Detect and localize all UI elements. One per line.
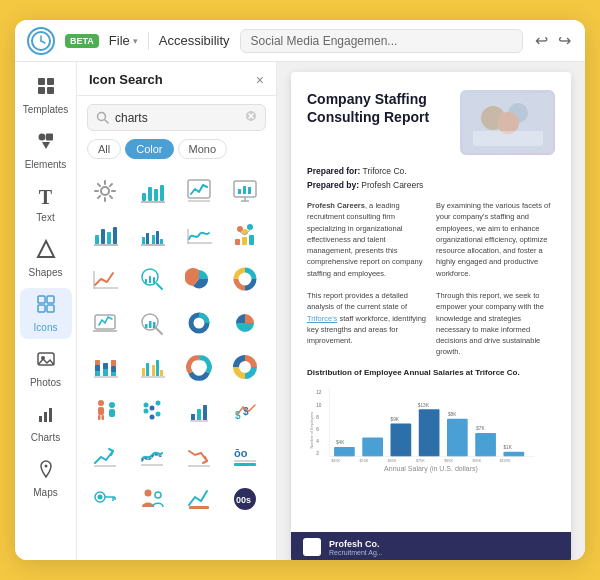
icon-bar-chart-2[interactable] bbox=[85, 215, 125, 255]
photos-icon bbox=[36, 349, 56, 374]
doc-header: Company Staffing Consulting Report bbox=[307, 90, 555, 155]
svg-rect-84 bbox=[111, 360, 116, 366]
icon-presentation-chart[interactable] bbox=[225, 171, 265, 211]
svg-rect-32 bbox=[188, 180, 210, 198]
file-menu[interactable]: File ▾ bbox=[109, 33, 138, 48]
svg-rect-58 bbox=[235, 239, 240, 245]
icon-gear[interactable] bbox=[85, 171, 125, 211]
icon-bar-chart-teal[interactable] bbox=[132, 171, 172, 211]
svg-rect-151 bbox=[503, 451, 524, 456]
sidebar-item-charts[interactable]: Charts bbox=[20, 398, 72, 449]
svg-point-98 bbox=[109, 402, 115, 408]
svg-text:$65K: $65K bbox=[388, 459, 397, 463]
svg-rect-88 bbox=[152, 365, 155, 376]
icon-line-chart[interactable] bbox=[179, 171, 219, 211]
sidebar-item-photos[interactable]: Photos bbox=[20, 343, 72, 394]
doc-chart-title: Distribution of Employee Annual Salaries… bbox=[307, 368, 555, 377]
icon-donut-chart-2[interactable] bbox=[179, 303, 219, 343]
bar-chart-svg: 12 10 8 6 4 2 $4K bbox=[307, 383, 555, 463]
app-logo bbox=[27, 27, 55, 55]
icon-key-chart[interactable] bbox=[85, 479, 125, 519]
icon-person-2[interactable] bbox=[132, 479, 172, 519]
svg-text:$1K: $1K bbox=[503, 445, 512, 450]
panel-close-button[interactable]: × bbox=[256, 73, 264, 87]
icon-colorful-pie[interactable] bbox=[225, 303, 265, 343]
icon-bar-chart-3[interactable] bbox=[179, 391, 219, 431]
sidebar-item-maps[interactable]: Maps bbox=[20, 453, 72, 504]
icons-row-4 bbox=[85, 303, 268, 343]
svg-rect-149 bbox=[475, 433, 496, 457]
sidebar-item-shapes[interactable]: Shapes bbox=[20, 233, 72, 284]
svg-point-94 bbox=[98, 400, 104, 406]
icon-search-input[interactable] bbox=[115, 111, 239, 125]
icons-row-6: $ $ bbox=[85, 391, 268, 431]
icon-multi-bar-chart[interactable] bbox=[132, 215, 172, 255]
svg-point-131 bbox=[497, 112, 519, 134]
svg-rect-5 bbox=[38, 87, 45, 94]
icon-pie-chart[interactable] bbox=[179, 259, 219, 299]
icon-search-chart[interactable] bbox=[132, 259, 172, 299]
sidebar-item-text[interactable]: T Text bbox=[20, 180, 72, 229]
svg-rect-8 bbox=[46, 134, 53, 141]
svg-point-102 bbox=[149, 415, 154, 420]
svg-line-71 bbox=[156, 328, 162, 334]
sidebar-item-icons[interactable]: Icons bbox=[20, 288, 72, 339]
search-icon bbox=[96, 111, 109, 124]
icon-person-chart[interactable] bbox=[85, 391, 125, 431]
icon-donut-chart-3[interactable] bbox=[179, 347, 219, 387]
icon-line-chart-up[interactable] bbox=[85, 259, 125, 299]
svg-rect-96 bbox=[98, 415, 101, 420]
undo-button[interactable]: ↩ bbox=[533, 29, 550, 52]
icon-people-chart[interactable] bbox=[225, 215, 265, 255]
svg-point-26 bbox=[101, 187, 109, 195]
icon-wave-chart[interactable] bbox=[132, 435, 172, 475]
svg-rect-64 bbox=[145, 279, 147, 283]
icon-arrow-up-chart[interactable] bbox=[85, 435, 125, 475]
icon-magnifier-chart[interactable] bbox=[132, 303, 172, 343]
svg-rect-29 bbox=[154, 189, 158, 201]
doc-footer: Profesh Co. Recruitment Ag... bbox=[291, 532, 571, 560]
filter-tab-color[interactable]: Color bbox=[125, 139, 173, 159]
search-clear-button[interactable] bbox=[245, 110, 257, 125]
svg-rect-28 bbox=[148, 187, 152, 201]
svg-rect-42 bbox=[107, 232, 111, 244]
icon-dot-chart[interactable] bbox=[132, 391, 172, 431]
svg-rect-99 bbox=[109, 409, 115, 417]
icon-wavy-chart[interactable] bbox=[179, 215, 219, 255]
doc-footer-text: Profesh Co. Recruitment Ag... bbox=[329, 539, 383, 556]
svg-rect-142 bbox=[362, 437, 383, 456]
icon-laptop-chart[interactable] bbox=[85, 303, 125, 343]
svg-rect-108 bbox=[203, 405, 207, 420]
svg-text:4: 4 bbox=[316, 439, 319, 444]
svg-point-123 bbox=[144, 490, 151, 497]
icons-grid: $ $ bbox=[77, 167, 276, 560]
templates-icon bbox=[36, 76, 56, 101]
icons-label: Icons bbox=[34, 322, 58, 333]
sidebar-item-templates[interactable]: Templates bbox=[20, 70, 72, 121]
svg-point-92 bbox=[194, 362, 204, 372]
icon-decline-chart[interactable] bbox=[179, 435, 219, 475]
icon-colorful-donut-2[interactable] bbox=[225, 347, 265, 387]
svg-text:$85K: $85K bbox=[444, 459, 453, 463]
svg-rect-3 bbox=[38, 78, 45, 85]
icon-arrow-chart-2[interactable] bbox=[179, 479, 219, 519]
sidebar-item-elements[interactable]: Elements bbox=[20, 125, 72, 176]
svg-rect-18 bbox=[44, 412, 47, 422]
chart-x-label: Annual Salary (in U.S. dollars) bbox=[307, 465, 555, 472]
filter-tab-all[interactable]: All bbox=[87, 139, 121, 159]
icon-colored-donut[interactable] bbox=[225, 259, 265, 299]
svg-rect-36 bbox=[243, 186, 246, 194]
icon-stacked-bar[interactable] bbox=[85, 347, 125, 387]
icon-00s-chart[interactable]: 00s bbox=[225, 479, 265, 519]
redo-button[interactable]: ↪ bbox=[556, 29, 573, 52]
document-page: Company Staffing Consulting Report bbox=[291, 72, 571, 560]
icon-multi-bar-2[interactable] bbox=[132, 347, 172, 387]
panel-title: Icon Search bbox=[89, 72, 163, 87]
icon-number-chart[interactable]: ōo bbox=[225, 435, 265, 475]
main-content: Templates Elements T Text bbox=[15, 62, 585, 560]
filter-tab-mono[interactable]: Mono bbox=[178, 139, 228, 159]
doc-footer-logo bbox=[303, 538, 321, 556]
topbar-search-input[interactable] bbox=[240, 29, 523, 53]
svg-marker-9 bbox=[42, 142, 50, 149]
icon-currency-chart[interactable]: $ $ bbox=[225, 391, 265, 431]
